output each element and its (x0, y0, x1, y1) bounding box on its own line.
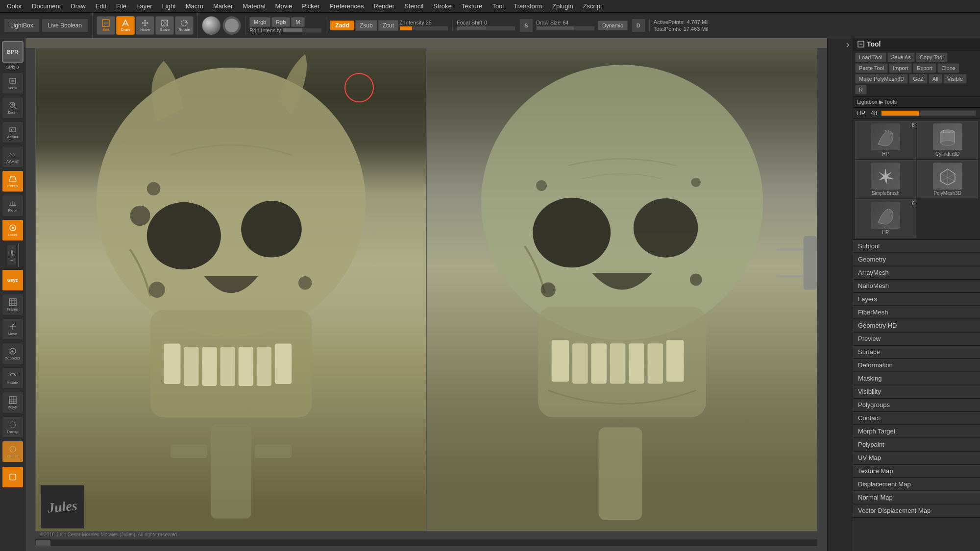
mrgb-button[interactable]: Mrgb (249, 17, 270, 27)
polypaint-section-header[interactable]: Polypaint (853, 438, 980, 451)
canvas-area[interactable]: Jules ©2018 Julio Cesar Morales Morales … (25, 38, 827, 551)
polyf-button[interactable]: PolyF (2, 392, 24, 413)
tool-thumb-hp[interactable]: 6 HP (855, 121, 916, 159)
rotate-tool-button[interactable]: Rotate (175, 16, 194, 35)
rotate-3d-button[interactable]: Rotate (2, 367, 24, 389)
surface-section-header[interactable]: Surface (853, 346, 980, 359)
visible-button[interactable]: Visible (943, 74, 967, 84)
viewport[interactable] (35, 48, 817, 531)
goz-button[interactable]: GoZ (909, 74, 927, 84)
floor-button[interactable]: Floor (2, 195, 24, 216)
load-tool-button[interactable]: Load Tool (855, 52, 886, 62)
menu-zplugin[interactable]: Zplugin (547, 1, 578, 11)
preview-section-header[interactable]: Preview (853, 333, 980, 345)
next-tool-button[interactable] (2, 466, 24, 488)
menu-color[interactable]: Color (2, 1, 27, 11)
local-button[interactable]: Local (2, 219, 24, 241)
hp-slider[interactable] (881, 110, 976, 116)
persp-button[interactable]: Persp (2, 170, 24, 192)
menu-file[interactable]: File (111, 1, 131, 11)
panel-arrow[interactable] (829, 40, 852, 50)
arraymesh-section-header[interactable]: ArrayMesh (853, 266, 980, 279)
normalmap-section-header[interactable]: Normal Map (853, 491, 980, 504)
scroll-button[interactable]: Scroll (2, 72, 24, 94)
save-as-button[interactable]: Save As (887, 52, 915, 62)
menu-preferences[interactable]: Preferences (324, 1, 368, 11)
deformation-section-header[interactable]: Deformation (853, 359, 980, 372)
draw-tool-button[interactable]: Draw (116, 16, 135, 35)
material-sphere[interactable] (202, 16, 220, 35)
export-button[interactable]: Export (913, 63, 936, 73)
lsym-button[interactable]: L.Sym (7, 244, 17, 266)
menu-transform[interactable]: Transform (509, 1, 547, 11)
move-tool-button[interactable]: Move (136, 16, 154, 35)
layers-section-header[interactable]: Layers (853, 293, 980, 306)
horizontal-scrollbar[interactable] (35, 539, 817, 546)
lightbox-button[interactable]: LightBox (4, 19, 40, 32)
aahalf-button[interactable]: AA AAHalf (2, 146, 24, 168)
menu-draw[interactable]: Draw (66, 1, 90, 11)
menu-stencil[interactable]: Stencil (399, 1, 428, 11)
menu-stroke[interactable]: Stroke (428, 1, 457, 11)
geometry-section-header[interactable]: Geometry (853, 253, 980, 266)
zadd-button[interactable]: Zadd (330, 21, 354, 30)
menu-document[interactable]: Document (27, 1, 66, 11)
zoom3d-button[interactable]: Zoom3D (2, 343, 24, 364)
frame-button[interactable]: Frame (2, 294, 24, 315)
menu-edit[interactable]: Edit (91, 1, 111, 11)
menu-marker[interactable]: Marker (208, 1, 238, 11)
subtool-section-header[interactable]: Subtool (853, 240, 980, 253)
gxyz-button[interactable]: Gxyz (2, 269, 24, 291)
ghost-button[interactable]: Ghost (2, 441, 24, 462)
scale-tool-button[interactable]: Scale (155, 16, 174, 35)
rgb-button[interactable]: Rgb (271, 17, 290, 27)
move-3d-button[interactable]: Move (2, 318, 24, 340)
tool-thumb-cylinder3d[interactable]: Cylinder3D (917, 121, 979, 159)
menu-movie[interactable]: Movie (270, 1, 297, 11)
transp-button[interactable]: Transp (2, 416, 24, 438)
menu-tool[interactable]: Tool (487, 1, 509, 11)
bpr-button[interactable]: BPR (2, 41, 24, 63)
paste-tool-button[interactable]: Paste Tool (855, 63, 888, 73)
copy-tool-button[interactable]: Copy Tool (916, 52, 948, 62)
zoom-button[interactable]: Zoom (2, 97, 24, 119)
zcut-button[interactable]: Zcut (378, 20, 398, 31)
polygroups-section-header[interactable]: Polygroups (853, 399, 980, 411)
fibermesh-section-header[interactable]: FiberMesh (853, 306, 980, 319)
lightbox-tools-breadcrumb[interactable]: Lightbox ▶ Tools (853, 97, 980, 108)
menu-light[interactable]: Light (157, 1, 181, 11)
tool-thumb-polymesh3d[interactable]: PolyMesh3D (917, 160, 979, 198)
clone-button[interactable]: Clone (937, 63, 959, 73)
geometryhd-section-header[interactable]: Geometry HD (853, 319, 980, 332)
nanomesh-section-header[interactable]: NanoMesh (853, 280, 980, 292)
zsub-button[interactable]: Zsub (355, 20, 377, 31)
d-icon[interactable]: D (632, 19, 645, 32)
actual-button[interactable]: 1:1 Actual (2, 121, 24, 143)
menu-material[interactable]: Material (238, 1, 270, 11)
import-button[interactable]: Import (889, 63, 912, 73)
menu-zscript[interactable]: Zscript (578, 1, 607, 11)
menu-picker[interactable]: Picker (297, 1, 324, 11)
visibility-section-header[interactable]: Visibility (853, 385, 980, 398)
displacementmap-section-header[interactable]: Displacement Map (853, 478, 980, 491)
contact-section-header[interactable]: Contact (853, 412, 980, 425)
masking-section-header[interactable]: Masking (853, 372, 980, 385)
morphtarget-section-header[interactable]: Morph Target (853, 425, 980, 438)
menu-layer[interactable]: Layer (131, 1, 157, 11)
tool-thumb-hp2[interactable]: 6 HP (855, 199, 916, 238)
s-icon[interactable]: S (519, 19, 533, 32)
liveboolean-button[interactable]: Live Boolean (42, 19, 88, 32)
m-button[interactable]: M (291, 17, 304, 27)
dynamic-button[interactable]: Dynamic (598, 21, 628, 30)
edit-tool-button[interactable]: Edit (97, 16, 115, 35)
menu-render[interactable]: Render (369, 1, 400, 11)
tool-thumb-simplebrush[interactable]: SimpleBrush (855, 160, 916, 198)
color-swatch[interactable] (222, 16, 241, 35)
vectordisplacementmap-section-header[interactable]: Vector Displacement Map (853, 504, 980, 517)
all-button[interactable]: All (929, 74, 942, 84)
texturemap-section-header[interactable]: Texture Map (853, 465, 980, 478)
menu-texture[interactable]: Texture (457, 1, 488, 11)
r-button[interactable]: R (855, 85, 867, 95)
menu-macro[interactable]: Macro (181, 1, 208, 11)
uvmap-section-header[interactable]: UV Map (853, 452, 980, 464)
